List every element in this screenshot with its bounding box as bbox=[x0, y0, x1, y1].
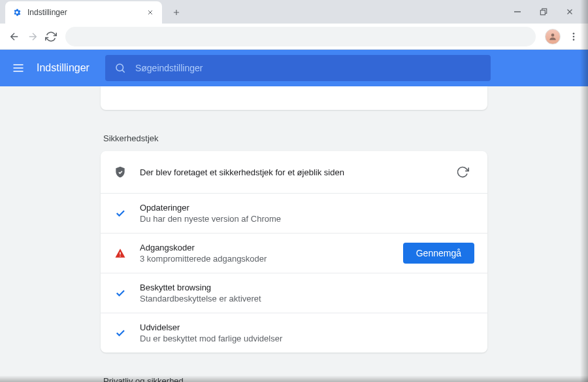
row-title: Udvidelser bbox=[140, 322, 474, 332]
kebab-menu-icon[interactable] bbox=[564, 27, 583, 46]
settings-header: Indstillinger bbox=[0, 50, 588, 86]
svg-point-2 bbox=[551, 33, 555, 37]
safety-summary-row: Der blev foretaget et sikkerhedstjek for… bbox=[101, 151, 487, 193]
check-icon bbox=[114, 207, 127, 220]
safety-summary-text: Der blev foretaget et sikkerhedstjek for… bbox=[140, 167, 443, 177]
maximize-button[interactable] bbox=[531, 3, 557, 21]
shield-check-icon bbox=[114, 165, 127, 179]
browser-titlebar: Indstillinger bbox=[0, 0, 588, 24]
row-sub: Du har den nyeste version af Chrome bbox=[140, 214, 474, 224]
svg-rect-1 bbox=[540, 10, 545, 15]
reload-button[interactable] bbox=[42, 27, 60, 46]
safety-row-passwords[interactable]: Adgangskoder 3 kompromitterede adgangsko… bbox=[101, 233, 487, 273]
check-icon bbox=[114, 286, 127, 300]
tab-title: Indstillinger bbox=[27, 8, 145, 17]
close-window-button[interactable] bbox=[557, 3, 583, 21]
warning-icon bbox=[114, 247, 127, 260]
safety-row-updates[interactable]: Opdateringer Du har den nyeste version a… bbox=[101, 193, 487, 233]
settings-search[interactable] bbox=[105, 55, 491, 81]
gear-icon bbox=[12, 7, 22, 18]
hamburger-icon[interactable] bbox=[10, 60, 26, 76]
minimize-button[interactable] bbox=[504, 3, 531, 21]
close-icon[interactable] bbox=[145, 7, 155, 18]
review-passwords-button[interactable]: Gennemgå bbox=[403, 243, 474, 264]
row-title: Adgangskoder bbox=[140, 243, 395, 252]
safety-check-card: Der blev foretaget et sikkerhedstjek for… bbox=[101, 151, 487, 353]
refresh-check-button[interactable] bbox=[451, 160, 474, 184]
window-controls bbox=[504, 3, 588, 21]
browser-tab[interactable]: Indstillinger bbox=[5, 1, 162, 24]
check-icon bbox=[114, 326, 127, 339]
search-icon bbox=[114, 62, 126, 74]
new-tab-button[interactable] bbox=[167, 3, 186, 22]
card-placeholder bbox=[101, 86, 487, 110]
safety-row-safe-browsing[interactable]: Beskyttet browsing Standardbeskyttelse e… bbox=[101, 273, 487, 313]
svg-point-4 bbox=[573, 35, 575, 37]
row-title: Beskyttet browsing bbox=[140, 283, 474, 292]
row-title: Opdateringer bbox=[140, 203, 474, 213]
address-bar[interactable] bbox=[65, 27, 536, 46]
row-sub: Standardbeskyttelse er aktiveret bbox=[140, 294, 474, 304]
svg-point-3 bbox=[573, 33, 575, 35]
browser-toolbar bbox=[0, 24, 588, 50]
back-button[interactable] bbox=[5, 27, 24, 46]
section-title-safety: Sikkerhedstjek bbox=[101, 126, 487, 151]
svg-point-7 bbox=[120, 256, 121, 257]
svg-point-6 bbox=[116, 64, 123, 71]
section-title-privacy: Privatliv og sikkerhed bbox=[101, 368, 487, 382]
profile-avatar[interactable] bbox=[545, 29, 561, 44]
row-sub: Du er beskyttet mod farlige udvidelser bbox=[140, 334, 474, 343]
search-input[interactable] bbox=[135, 63, 482, 73]
page-title: Indstillinger bbox=[37, 62, 90, 74]
forward-button[interactable] bbox=[24, 27, 42, 46]
settings-content: Sikkerhedstjek Der blev foretaget et sik… bbox=[0, 86, 588, 382]
safety-row-extensions[interactable]: Udvidelser Du er beskyttet mod farlige u… bbox=[101, 313, 487, 353]
row-sub: 3 kompromitterede adgangskoder bbox=[140, 254, 395, 264]
svg-point-5 bbox=[573, 39, 575, 41]
